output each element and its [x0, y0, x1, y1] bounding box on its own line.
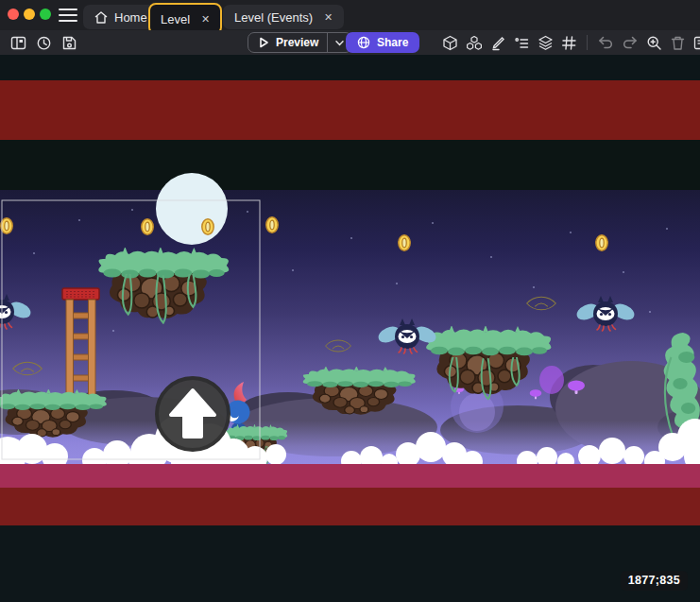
menu-icon[interactable]	[59, 9, 77, 22]
open-editor-panels-icon[interactable]	[10, 35, 26, 51]
traffic-close-button[interactable]	[8, 9, 19, 20]
grid-icon[interactable]	[561, 35, 577, 51]
play-icon	[257, 36, 270, 49]
star	[570, 232, 572, 233]
save-icon[interactable]	[61, 35, 77, 51]
cursor-coordinates-badge: 1877;835	[621, 571, 688, 591]
coin[interactable]	[1, 218, 12, 233]
share-button[interactable]: Share	[346, 32, 419, 53]
jump-button[interactable]	[157, 378, 229, 450]
star	[533, 286, 535, 288]
glow-plant[interactable]	[459, 393, 495, 431]
delete-trash-icon[interactable]	[670, 35, 686, 51]
undo-icon[interactable]	[597, 35, 614, 50]
band-void-mid	[0, 140, 700, 190]
globe-icon	[357, 36, 370, 49]
history-icon[interactable]	[36, 35, 52, 51]
preview-label: Preview	[276, 36, 318, 49]
star	[78, 219, 80, 221]
level-canvas[interactable]	[0, 0, 700, 602]
star	[490, 256, 492, 258]
layers-icon[interactable]	[538, 35, 554, 51]
band-void-bottom	[0, 525, 700, 602]
star	[33, 252, 35, 254]
coin[interactable]	[266, 217, 278, 232]
tab-label: Level	[161, 12, 190, 26]
preview-button[interactable]: Preview	[248, 32, 352, 53]
chevron-down-icon	[334, 38, 345, 48]
traffic-minimize-button[interactable]	[24, 9, 35, 20]
objects-cube-icon[interactable]	[442, 35, 458, 51]
close-tab-icon[interactable]: ✕	[201, 13, 210, 26]
tab-home[interactable]: Home	[83, 5, 159, 29]
coin[interactable]	[399, 235, 410, 250]
coin[interactable]	[142, 219, 153, 234]
scene-properties-edit-icon[interactable]	[693, 35, 700, 51]
toolbar: Preview Share	[0, 30, 700, 55]
band-ground-pink	[0, 464, 700, 488]
close-tab-icon[interactable]: ✕	[324, 11, 333, 24]
star	[292, 269, 294, 271]
titlebar: Home Level ✕ Level (Events) ✕	[0, 0, 700, 30]
star	[432, 222, 434, 224]
toolbar-divider	[587, 35, 588, 50]
star	[396, 283, 398, 284]
home-icon	[94, 11, 108, 24]
star	[649, 311, 651, 313]
moon[interactable]	[156, 173, 228, 245]
star	[666, 228, 668, 230]
band-void-top	[0, 55, 700, 80]
band-ground-red	[0, 488, 700, 525]
object-groups-icon[interactable]	[466, 35, 483, 51]
star	[623, 271, 624, 273]
traffic-zoom-button[interactable]	[40, 9, 51, 20]
star	[247, 211, 248, 213]
star	[131, 209, 133, 211]
preview-run[interactable]: Preview	[248, 33, 327, 52]
glow-plant[interactable]	[539, 366, 564, 394]
coin[interactable]	[202, 219, 213, 234]
zoom-in-icon[interactable]	[646, 35, 662, 51]
share-label: Share	[377, 36, 408, 49]
coin[interactable]	[596, 235, 607, 250]
tab-level-events[interactable]: Level (Events) ✕	[223, 5, 344, 29]
tab-label: Home	[114, 10, 147, 25]
edit-pen-icon[interactable]	[490, 35, 506, 51]
star	[350, 237, 352, 239]
star	[112, 330, 114, 332]
instances-list-icon[interactable]	[514, 35, 530, 51]
redo-icon[interactable]	[622, 35, 639, 50]
tab-label: Level (Events)	[234, 10, 313, 25]
band-red-top	[0, 80, 700, 140]
